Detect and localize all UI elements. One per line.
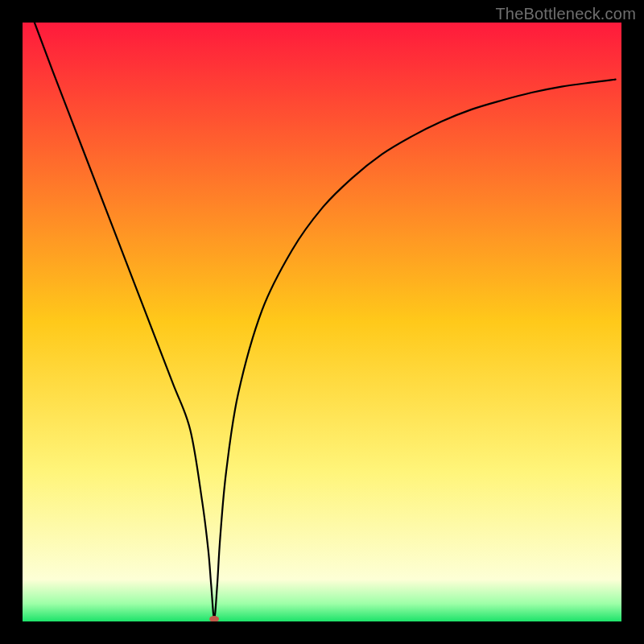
chart-frame: TheBottleneck.com [0,0,644,644]
plot-background [23,23,621,621]
watermark-text: TheBottleneck.com [495,5,636,23]
plot-svg [23,23,621,621]
